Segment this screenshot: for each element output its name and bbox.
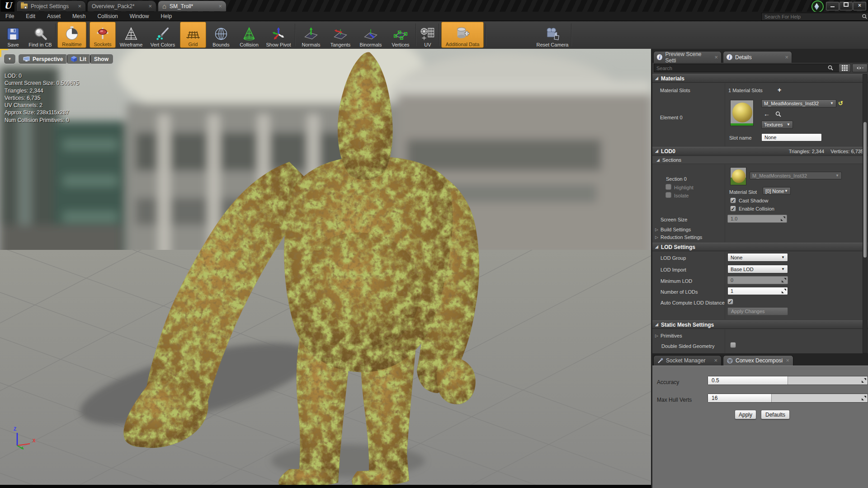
chevron-down-icon: ▼ [8, 57, 12, 61]
binormals-button[interactable]: Binormals [356, 22, 386, 48]
defaults-button[interactable]: Defaults [761, 410, 790, 419]
menu-window[interactable]: Window [130, 13, 149, 19]
apply-button[interactable]: Apply [735, 410, 756, 419]
menu-asset[interactable]: Asset [47, 13, 61, 19]
menu-file[interactable]: File [5, 13, 14, 19]
auto-compute-lod-checkbox[interactable]: ✓ [727, 299, 733, 305]
tab-sm-troll[interactable]: ⌂ SM_Troll* × [158, 0, 226, 11]
additional-data-button[interactable]: Additional Data [441, 22, 484, 48]
lod0-section-header[interactable]: ◢ LOD0 Triangles: 2,344 Vertices: 6,735 [652, 147, 868, 155]
accuracy-label: Accuracy [657, 379, 679, 385]
maximize-button[interactable] [840, 2, 853, 10]
cast-shadow-checkbox[interactable]: ✓ [730, 197, 736, 203]
collision-button[interactable]: Collision [236, 22, 263, 48]
help-search-input[interactable] [761, 13, 868, 21]
bounds-button[interactable]: Bounds [208, 22, 235, 48]
axis-gizmo-lines [12, 427, 43, 452]
browse-to-asset-icon[interactable] [775, 111, 781, 117]
3d-viewport[interactable]: ▼ Perspective Lit Show LOD: 0 Current Sc… [0, 49, 651, 488]
tab-project-settings[interactable]: Project Settings × [16, 0, 86, 11]
close-icon[interactable]: × [714, 358, 717, 363]
details-scrollbar[interactable] [863, 74, 868, 353]
realtime-button[interactable]: Realtime [57, 22, 86, 48]
enable-collision-checkbox[interactable]: ✓ [730, 206, 736, 211]
tab-socket-manager[interactable]: Socket Manager × [653, 355, 722, 366]
material-asset-dropdown[interactable]: M_MeatMonsters_Inst32 ▼ [761, 99, 836, 108]
apply-changes-button[interactable]: Apply Changes [727, 307, 788, 315]
wireframe-button[interactable]: Wireframe [117, 22, 146, 48]
reset-camera-button[interactable]: Reset Camera [536, 22, 569, 48]
accuracy-value: 0.5 [712, 377, 719, 384]
search-icon [862, 14, 867, 19]
highlight-checkbox[interactable] [665, 184, 671, 190]
toolbar-separator [55, 23, 56, 46]
static-mesh-settings-header[interactable]: ◢ Static Mesh Settings [652, 320, 868, 329]
axis-z-label: Z [14, 427, 16, 432]
chevron-down-icon: ▼ [835, 174, 839, 178]
slider-fill [708, 376, 788, 385]
vert-colors-button[interactable]: Vert Colors [147, 22, 179, 48]
uv-button[interactable]: UV [418, 22, 438, 48]
lit-button[interactable]: Lit [66, 54, 91, 64]
viewport-options-button[interactable]: ▼ [4, 54, 16, 64]
save-icon [5, 26, 21, 42]
materials-section-header[interactable]: ◢ Materials [652, 74, 868, 83]
collapsed-icon[interactable]: ▷ [655, 334, 658, 338]
find-in-cb-button[interactable]: Find in CB [26, 22, 54, 48]
material-slot-dropdown[interactable]: [0] None ▼ [763, 187, 791, 195]
tangents-button[interactable]: Tangents [326, 22, 355, 48]
collapsed-icon[interactable]: ▷ [655, 235, 658, 239]
tutorial-icon[interactable] [811, 0, 824, 13]
menu-help[interactable]: Help [160, 13, 172, 19]
textures-dropdown[interactable]: Textures ▼ [761, 121, 793, 129]
slot-name-input[interactable]: None [761, 133, 822, 141]
lod-group-label: LOD Group [660, 255, 686, 261]
sockets-button[interactable]: Sockets [90, 22, 116, 48]
show-button[interactable]: Show [89, 54, 113, 64]
reset-to-default-icon[interactable]: ↺ [838, 100, 843, 107]
normals-button[interactable]: Normals [297, 22, 325, 48]
lod-settings-section-header[interactable]: ◢ LOD Settings [652, 243, 868, 251]
max-hull-verts-value: 16 [712, 395, 717, 401]
material-thumbnail[interactable] [730, 100, 754, 126]
save-button[interactable]: Save [1, 22, 25, 48]
socket-manager-icon [657, 358, 663, 364]
lod-import-dropdown[interactable]: Base LOD ▼ [727, 265, 788, 273]
vertices-button[interactable]: Vertices [387, 22, 415, 48]
close-icon[interactable]: × [218, 4, 222, 9]
section-material-thumbnail[interactable] [730, 167, 746, 185]
sections-subheader[interactable]: ◢ Sections [652, 156, 868, 164]
close-icon[interactable]: × [786, 358, 789, 363]
show-pivot-button[interactable]: Show Pivot [264, 22, 293, 48]
camera-icon [545, 26, 560, 42]
close-window-button[interactable]: × [853, 2, 866, 10]
uv-icon [420, 26, 435, 42]
close-icon[interactable]: × [148, 4, 152, 9]
max-hull-verts-slider[interactable]: 16 [708, 394, 868, 403]
perspective-button[interactable]: Perspective [18, 54, 68, 64]
minimize-button[interactable] [826, 2, 839, 10]
tab-overview-pack2[interactable]: Overview_Pack2* × [87, 0, 156, 11]
tab-convex-decomposition[interactable]: Convex Decomposi × [723, 355, 793, 366]
menu-collision[interactable]: Collision [97, 13, 118, 19]
collapsed-icon[interactable]: ▷ [655, 228, 658, 232]
screen-size-input[interactable]: 1.0 [727, 215, 787, 223]
menu-mesh[interactable]: Mesh [72, 13, 85, 19]
isolate-checkbox[interactable] [665, 192, 671, 198]
double-sided-geometry-checkbox[interactable] [730, 342, 736, 348]
close-icon[interactable]: × [78, 4, 81, 9]
section-material-dropdown[interactable]: M_MeatMonsters_Inst32 ▼ [750, 172, 842, 179]
accuracy-slider[interactable]: 0.5 [708, 376, 868, 385]
minimum-lod-input[interactable]: 0 [727, 276, 788, 284]
lod-group-dropdown[interactable]: None ▼ [727, 253, 788, 262]
details-content: ◢ Materials Material Slots 1 Material Sl… [652, 49, 868, 488]
grid-button[interactable]: Grid [180, 22, 206, 48]
material-sphere-preview [732, 169, 745, 183]
number-of-lods-input[interactable]: 1 [727, 287, 788, 295]
expanded-icon: ◢ [656, 158, 660, 162]
material-sphere-preview [732, 103, 752, 122]
scrollbar-thumb[interactable] [863, 122, 867, 258]
use-selected-asset-icon[interactable]: ← [764, 111, 770, 117]
add-material-slot-button[interactable]: + [778, 86, 781, 94]
menu-edit[interactable]: Edit [26, 13, 35, 19]
